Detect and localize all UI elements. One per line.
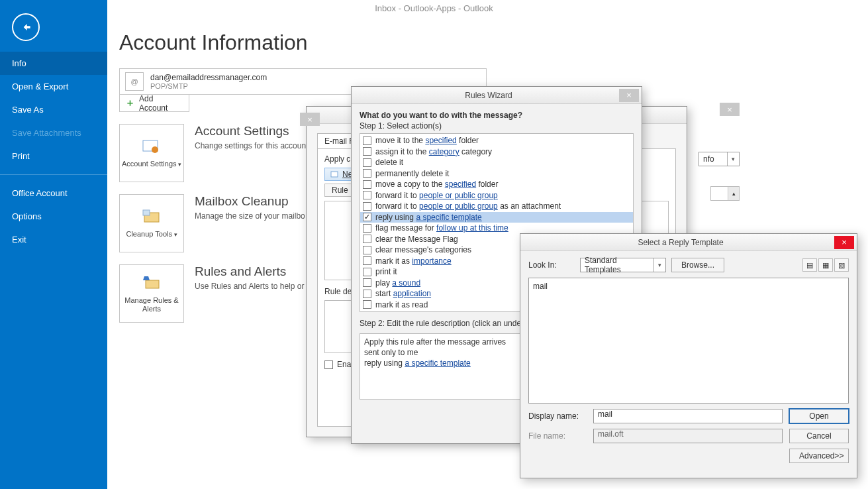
wizard-action-row[interactable]: move a copy to the specified folder — [360, 179, 633, 190]
underlying-close-button[interactable]: × — [720, 103, 740, 116]
checkbox-icon — [363, 311, 371, 312]
account-settings-desc: Change settings for this accoun — [195, 141, 306, 150]
checkbox-icon — [363, 224, 371, 233]
sidebar-item-info[interactable]: Info — [0, 52, 107, 75]
back-arrow-icon — [19, 21, 32, 34]
account-settings-heading: Account Settings — [195, 124, 306, 138]
wizard-action-link[interactable]: people or public group — [419, 201, 498, 211]
view-large-icons-button[interactable]: ▤ — [802, 258, 817, 272]
checkbox-icon — [363, 202, 371, 211]
checkbox-icon — [363, 256, 371, 265]
checkbox-icon — [363, 158, 371, 167]
wizard-action-link[interactable]: category — [429, 147, 459, 156]
checkbox-icon — [363, 136, 371, 145]
look-in-label: Look In: — [528, 260, 575, 270]
checkbox-icon — [363, 235, 371, 243]
checkbox-icon — [363, 169, 371, 178]
desc-template-link[interactable]: a specific template — [405, 358, 470, 368]
wizard-question: What do you want to do with the message? — [360, 111, 634, 120]
checkbox-icon — [363, 268, 371, 276]
wizard-action-link[interactable]: importance — [412, 256, 451, 266]
sidebar-item-options[interactable]: Options — [0, 205, 107, 228]
checkbox-icon — [363, 278, 371, 287]
wizard-action-link[interactable]: application — [393, 289, 431, 298]
wizard-action-row[interactable]: forward it to people or public group — [360, 190, 633, 201]
mailbox-cleanup-heading: Mailbox Cleanup — [195, 194, 305, 209]
wizard-action-link[interactable]: a sound — [392, 278, 420, 288]
template-list-item[interactable]: mail — [532, 281, 845, 292]
wizard-step1-label: Step 1: Select action(s) — [360, 121, 634, 131]
cleanup-tools-tile[interactable]: Cleanup Tools ▾ — [119, 194, 184, 252]
sidebar-item-exit[interactable]: Exit — [0, 228, 107, 251]
back-button[interactable] — [12, 13, 40, 41]
view-details-button[interactable]: ▧ — [834, 258, 849, 272]
wizard-action-link[interactable]: follow up at this time — [436, 223, 508, 233]
wizard-action-link[interactable]: specified — [445, 180, 476, 189]
manage-rules-tile[interactable]: Manage Rules & Alerts — [119, 264, 184, 323]
wizard-action-row[interactable]: permanently delete it — [360, 168, 633, 180]
svg-marker-5 — [143, 276, 150, 280]
template-title: Select a Reply Template — [527, 238, 834, 247]
checkbox-icon — [363, 191, 371, 199]
wizard-action-row[interactable]: forward it to people or public group as … — [360, 201, 633, 212]
file-name-label: File name: — [528, 431, 587, 441]
checkbox-icon — [324, 360, 333, 369]
checkbox-icon — [363, 180, 371, 189]
scroll-up-icon[interactable]: ▴ — [728, 187, 739, 200]
wizard-action-row[interactable]: assign it to the category category — [360, 146, 633, 158]
sidebar-item-open-export[interactable]: Open & Export — [0, 75, 107, 98]
wizard-action-row[interactable]: flag message for follow up at this time — [360, 223, 633, 234]
wizard-action-link[interactable]: people or public group — [419, 191, 498, 200]
svg-rect-4 — [146, 280, 159, 288]
sidebar-item-save-attachments: Save Attachments — [0, 121, 107, 144]
account-settings-tile[interactable]: Account Settings ▾ — [119, 124, 184, 182]
display-name-label: Display name: — [528, 411, 587, 421]
svg-rect-6 — [331, 172, 338, 177]
sidebar-item-office-account[interactable]: Office Account — [0, 182, 107, 205]
advanced-button[interactable]: Advanced>> — [789, 449, 849, 463]
apply-folder-combo[interactable]: nfo▾ — [699, 152, 740, 166]
file-name-input: mail.oft — [593, 429, 783, 443]
view-list-button[interactable]: ▦ — [818, 258, 833, 272]
checkbox-icon — [363, 246, 371, 254]
wizard-action-row[interactable]: reply using a specific template — [360, 212, 633, 223]
look-in-combo[interactable]: Standard Templates▾ — [580, 258, 666, 272]
svg-point-1 — [152, 146, 158, 153]
sidebar-item-save-as[interactable]: Save As — [0, 98, 107, 121]
wizard-action-row[interactable]: delete it — [360, 157, 633, 168]
open-button[interactable]: Open — [789, 409, 849, 423]
template-cancel-button[interactable]: Cancel — [789, 429, 849, 443]
account-email: dan@emailaddressmanager.com — [150, 73, 481, 82]
rules-extra-close-button[interactable]: × — [300, 113, 320, 126]
select-reply-template-dialog: Select a Reply Template × Look In: Stand… — [520, 233, 857, 478]
svg-rect-3 — [143, 210, 150, 215]
browse-button[interactable]: Browse... — [671, 258, 724, 272]
new-rule-icon — [330, 170, 340, 178]
sidebar-item-print[interactable]: Print — [0, 144, 107, 168]
account-icon: @ — [125, 72, 144, 91]
manage-rules-icon — [140, 274, 164, 292]
wizard-action-link[interactable]: a specific template — [416, 213, 481, 222]
wizard-action-link[interactable]: specified — [425, 136, 456, 145]
cleanup-tools-icon — [140, 207, 164, 226]
wizard-close-button[interactable]: × — [619, 89, 639, 102]
account-settings-icon — [140, 137, 164, 156]
wizard-action-link[interactable]: a script — [389, 311, 415, 312]
display-name-input[interactable]: mail — [593, 409, 783, 423]
checkbox-icon — [363, 300, 371, 309]
wizard-title: Rules Wizard — [358, 91, 619, 100]
template-list[interactable]: mail — [528, 278, 849, 404]
wizard-titlebar[interactable]: Rules Wizard × — [352, 87, 642, 104]
template-close-button[interactable]: × — [834, 236, 854, 249]
checkbox-icon — [363, 213, 371, 221]
checkbox-icon — [363, 147, 371, 156]
wizard-action-row[interactable]: move it to the specified folder — [360, 135, 633, 146]
add-account-label: Add Account — [139, 94, 183, 113]
backstage-sidebar: Info Open & Export Save As Save Attachme… — [0, 0, 107, 489]
checkbox-icon — [363, 290, 371, 298]
template-titlebar[interactable]: Select a Reply Template × — [520, 234, 857, 251]
mailbox-cleanup-desc: Manage the size of your mailbo — [195, 211, 305, 221]
page-title: Account Information — [119, 30, 868, 55]
sidebar-separator — [0, 174, 107, 175]
add-account-button[interactable]: ＋ Add Account — [119, 95, 189, 112]
